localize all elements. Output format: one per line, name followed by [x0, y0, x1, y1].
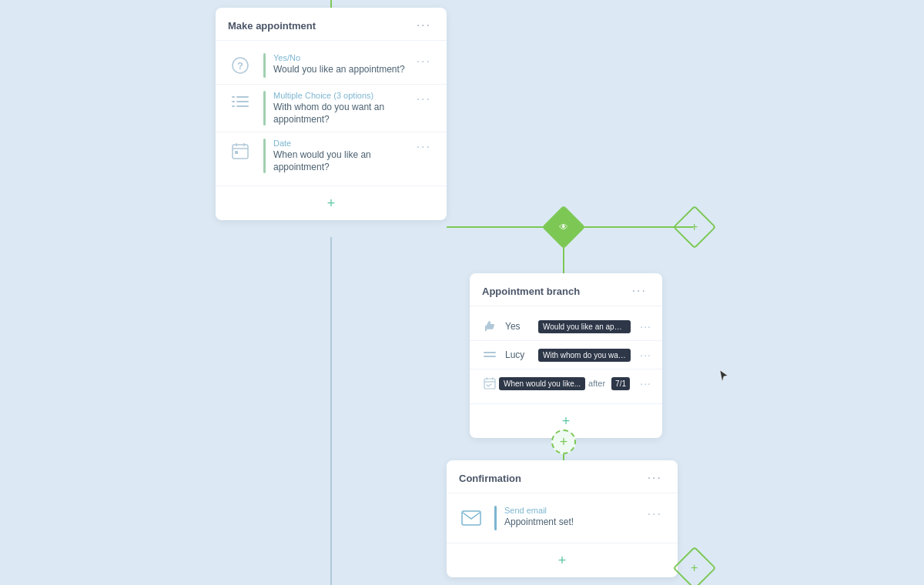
card-row: Date When would you like an appointment?… [216, 132, 447, 179]
branch-row: Lucy With whom do you want an ··· [470, 341, 662, 369]
branch-lucy-label: Lucy [505, 349, 532, 360]
branch-card-title: Appointment branch [482, 286, 580, 297]
row-text: With whom do you want an appointment? [273, 102, 413, 125]
row-content: Multiple Choice (3 options) With whom do… [273, 91, 413, 125]
svg-rect-12 [236, 101, 249, 102]
row-more-button[interactable]: ··· [413, 53, 434, 70]
card-footer: + [216, 186, 447, 220]
branch-row-more-button[interactable]: ··· [640, 377, 651, 389]
svg-rect-10 [236, 96, 249, 98]
card-rows: ? Yes/No Would you like an appointment? … [216, 41, 447, 186]
branch-after-label: after [588, 379, 605, 388]
email-icon [459, 506, 484, 530]
svg-rect-13 [232, 105, 235, 107]
add-branch-row-button[interactable]: + [557, 412, 575, 430]
main-diamond[interactable]: 👁 [542, 206, 586, 249]
confirmation-card-menu-button[interactable]: ··· [644, 470, 665, 486]
list-icon [228, 91, 253, 115]
row-content: Send email Appointment set! [504, 506, 644, 529]
svg-rect-21 [484, 356, 496, 357]
branch-row-more-button[interactable]: ··· [640, 349, 651, 361]
card-row: Send email Appointment set! ··· [447, 500, 678, 537]
eye-icon: 👁 [559, 222, 568, 232]
branch-date-tag: When would you like... [499, 377, 585, 390]
card-title: Make appointment [228, 20, 316, 32]
row-text: Appointment set! [504, 516, 644, 529]
row-text: When would you like an appointment? [273, 149, 413, 173]
branch-row: When would you like... after 7/1 ··· [470, 369, 662, 397]
row-more-button[interactable]: ··· [413, 91, 434, 108]
row-more-button[interactable]: ··· [413, 139, 434, 155]
main-diamond-container: 👁 [548, 212, 579, 242]
card-header: Make appointment ··· [216, 8, 447, 41]
right-diamond-container: + [679, 212, 710, 242]
add-node-button[interactable]: + [551, 430, 576, 454]
branch-card-rows: Yes Would you like an appointmen ··· Luc… [470, 306, 662, 403]
svg-rect-19 [235, 151, 238, 154]
confirmation-card: Confirmation ··· Send email Appointment … [447, 460, 678, 577]
branch-lucy-tag: With whom do you want an [538, 349, 631, 362]
confirmation-card-title: Confirmation [459, 473, 521, 484]
card-row: Multiple Choice (3 options) With whom do… [216, 85, 447, 132]
svg-text:?: ? [237, 60, 243, 72]
row-content: Date When would you like an appointment? [273, 139, 413, 173]
branch-card-menu-button[interactable]: ··· [629, 282, 650, 299]
thumbs-up-icon [480, 317, 499, 336]
svg-rect-22 [484, 379, 495, 389]
make-appointment-card: Make appointment ··· ? Yes/No Would you … [216, 8, 447, 220]
row-text: Would you like an appointment? [273, 64, 413, 76]
plus-icon-bottom: + [691, 561, 698, 575]
confirmation-card-header: Confirmation ··· [447, 460, 678, 493]
appointment-branch-card: Appointment branch ··· Yes Would you lik… [470, 273, 662, 438]
confirmation-card-rows: Send email Appointment set! ··· [447, 493, 678, 543]
calendar-check-icon [480, 374, 499, 393]
plus-icon: + [691, 220, 698, 234]
branch-yes-tag: Would you like an appointmen [538, 320, 631, 333]
question-icon: ? [228, 53, 253, 78]
bottom-right-diamond-container: + [679, 553, 710, 583]
svg-rect-11 [232, 101, 235, 102]
row-label: Send email [504, 506, 644, 515]
row-label: Yes/No [273, 53, 413, 62]
row-label: Date [273, 139, 413, 148]
row-content: Yes/No Would you like an appointment? [273, 53, 413, 76]
branch-date-num: 7/1 [611, 377, 630, 390]
canvas: Make appointment ··· ? Yes/No Would you … [0, 0, 924, 585]
row-more-button[interactable]: ··· [644, 506, 665, 523]
branch-row: Yes Would you like an appointmen ··· [470, 313, 662, 341]
cursor [719, 369, 728, 383]
bottom-right-diamond[interactable]: + [673, 547, 717, 585]
plus-dashed-icon: + [560, 435, 568, 449]
confirmation-card-footer: + [447, 543, 678, 577]
svg-rect-14 [236, 105, 249, 107]
equals-icon [480, 346, 499, 364]
branch-row-more-button[interactable]: ··· [640, 320, 651, 333]
calendar-icon [228, 139, 253, 163]
svg-rect-26 [462, 511, 480, 525]
card-row: ? Yes/No Would you like an appointment? … [216, 47, 447, 85]
vertical-connector-left [330, 237, 332, 585]
add-confirmation-row-button[interactable]: + [553, 551, 571, 570]
row-label: Multiple Choice (3 options) [273, 91, 413, 100]
branch-yes-label: Yes [505, 321, 532, 332]
add-row-button[interactable]: + [322, 194, 340, 212]
right-diamond[interactable]: + [673, 206, 717, 249]
svg-rect-9 [232, 96, 235, 98]
svg-rect-20 [484, 352, 496, 353]
branch-card-header: Appointment branch ··· [470, 273, 662, 306]
card-menu-button[interactable]: ··· [413, 17, 434, 34]
